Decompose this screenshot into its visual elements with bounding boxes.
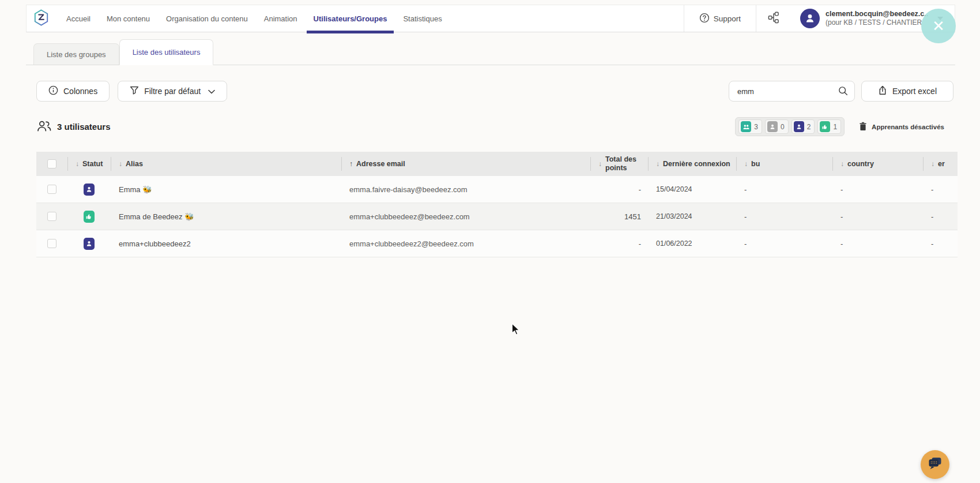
table-header-row: ↓ Statut ↓ Alias ↑ Adresse email ↓ Total… (36, 152, 958, 176)
export-button-label: Export excel (892, 87, 937, 96)
table-row[interactable]: Emma de Beedeez 🐝 emma+clubbeedeez@beede… (36, 203, 958, 230)
sort-down-icon: ↓ (656, 160, 659, 168)
header-statut[interactable]: ↓ Statut (67, 152, 111, 176)
badge-active-users[interactable]: 1 (817, 119, 841, 134)
cell-alias: emma+clubbeedeez2 (111, 239, 341, 248)
disabled-learners-button[interactable]: Apprenants désactivés (859, 122, 944, 132)
main-content: Colonnes Filtre par défaut (26, 65, 955, 257)
tab-liste-des-utilisateurs[interactable]: Liste des utilisateurs (119, 39, 214, 65)
sort-down-icon: ↓ (119, 160, 122, 168)
table-row[interactable]: Emma 🐝 emma.faivre-daisay@beedeez.com - … (36, 176, 958, 203)
chat-bubbles-icon (927, 456, 943, 473)
cell-er: - (923, 185, 958, 194)
nav-item-organisation-du-contenu[interactable]: Organisation du contenu (158, 5, 256, 32)
status-count-badges: 3 0 2 (735, 117, 845, 136)
tab-label: Liste des groupes (47, 50, 106, 59)
user-icon (767, 121, 778, 132)
status-registered-icon (84, 184, 95, 196)
columns-button-label: Colonnes (63, 87, 97, 96)
nav-item-label: Utilisateurs/Groupes (314, 14, 387, 23)
chat-widget-button[interactable] (921, 450, 949, 479)
cell-country: - (832, 212, 923, 221)
users-count-label: 3 utilisateurs (57, 122, 111, 132)
nav-item-statistiques[interactable]: Statistiques (395, 5, 450, 32)
nav-item-label: Accueil (66, 14, 91, 23)
export-icon (878, 85, 887, 97)
chevron-down-icon (208, 87, 215, 96)
badge-count: 3 (754, 123, 758, 131)
nav-item-animation[interactable]: Animation (256, 5, 306, 32)
recorder-close-button[interactable]: ✕ (921, 9, 956, 43)
nav-item-label: Organisation du contenu (166, 14, 248, 23)
header-er[interactable]: ↓ er (923, 152, 958, 176)
default-filter-button[interactable]: Filtre par défaut (118, 81, 227, 102)
toolbar-right: Export excel (729, 81, 955, 102)
nav-item-label: Mon contenu (107, 14, 150, 23)
sort-down-icon: ↓ (744, 160, 748, 168)
header-bu[interactable]: ↓ bu (736, 152, 832, 176)
cell-points: - (590, 185, 648, 194)
users-icon (36, 120, 52, 134)
support-button[interactable]: Support (684, 5, 756, 32)
nav-item-accueil[interactable]: Accueil (58, 5, 99, 32)
header-label: Alias (126, 160, 143, 168)
search-icon[interactable] (838, 86, 848, 98)
tab-label: Liste des utilisateurs (133, 48, 201, 57)
badge-count: 2 (807, 123, 811, 131)
header-country[interactable]: ↓ country (832, 152, 923, 176)
badge-invited-users[interactable]: 0 (765, 119, 789, 134)
org-chart-icon (768, 12, 779, 26)
user-organisation: (pour KB / TESTS / CHANTIER (826, 18, 928, 27)
app-frame: Accueil Mon contenu Organisation du cont… (26, 5, 955, 257)
navbar-right: Support clemen (684, 5, 947, 32)
columns-button[interactable]: Colonnes (36, 81, 110, 102)
sort-down-icon: ↓ (598, 160, 602, 168)
export-excel-button[interactable]: Export excel (861, 81, 953, 102)
header-total-des-points[interactable]: ↓ Total des points (590, 152, 648, 176)
trash-icon (859, 122, 867, 132)
cell-last-connection: 21/03/2024 (648, 212, 736, 220)
header-derniere-connexion[interactable]: ↓ Dernière connexion (648, 152, 736, 176)
nav-item-label: Statistiques (403, 14, 442, 23)
sort-down-icon: ↓ (76, 160, 79, 168)
tabs-bar: Liste des groupes Liste des utilisateurs (26, 32, 955, 65)
cell-country: - (832, 239, 923, 248)
filter-funnel-icon (130, 86, 139, 96)
cell-email: emma.faivre-daisay@beedeez.com (341, 185, 590, 194)
search-input[interactable] (729, 81, 855, 102)
badge-group-total[interactable]: 3 (738, 119, 762, 134)
group-icon (741, 121, 751, 132)
tab-liste-des-groupes[interactable]: Liste des groupes (33, 43, 119, 65)
cell-country: - (832, 185, 923, 194)
beedeez-logo-icon (33, 9, 49, 28)
header-adresse-email[interactable]: ↑ Adresse email (341, 152, 590, 176)
cell-bu: - (736, 239, 832, 248)
row-checkbox[interactable] (47, 185, 56, 194)
header-label: country (847, 160, 874, 168)
nav-item-utilisateurs-groupes[interactable]: Utilisateurs/Groupes (306, 5, 395, 32)
disabled-learners-label: Apprenants désactivés (872, 123, 944, 130)
status-active-icon (84, 211, 95, 223)
sort-down-icon: ↓ (931, 160, 934, 168)
summary-row: 3 utilisateurs 3 (36, 117, 955, 136)
header-alias[interactable]: ↓ Alias (111, 152, 341, 176)
select-all-checkbox[interactable] (47, 159, 56, 169)
nav-item-mon-contenu[interactable]: Mon contenu (99, 5, 158, 32)
summary-right: 3 0 2 (735, 117, 944, 136)
cell-alias: Emma 🐝 (111, 185, 341, 194)
info-icon (48, 85, 58, 97)
user-icon (794, 121, 804, 132)
row-checkbox[interactable] (47, 239, 56, 248)
cell-bu: - (736, 185, 832, 194)
avatar (800, 9, 820, 28)
brand-logo[interactable] (33, 9, 49, 28)
header-label: er (938, 160, 945, 168)
badge-registered-users[interactable]: 2 (791, 119, 815, 134)
nav-item-label: Animation (264, 14, 297, 23)
table-row[interactable]: emma+clubbeedeez2 emma+clubbeedeez2@beed… (36, 230, 958, 257)
help-icon (699, 13, 710, 25)
filter-button-label: Filtre par défaut (144, 87, 201, 96)
toolbar: Colonnes Filtre par défaut (36, 81, 955, 102)
row-checkbox[interactable] (47, 212, 56, 221)
org-chart-button[interactable] (756, 5, 791, 32)
